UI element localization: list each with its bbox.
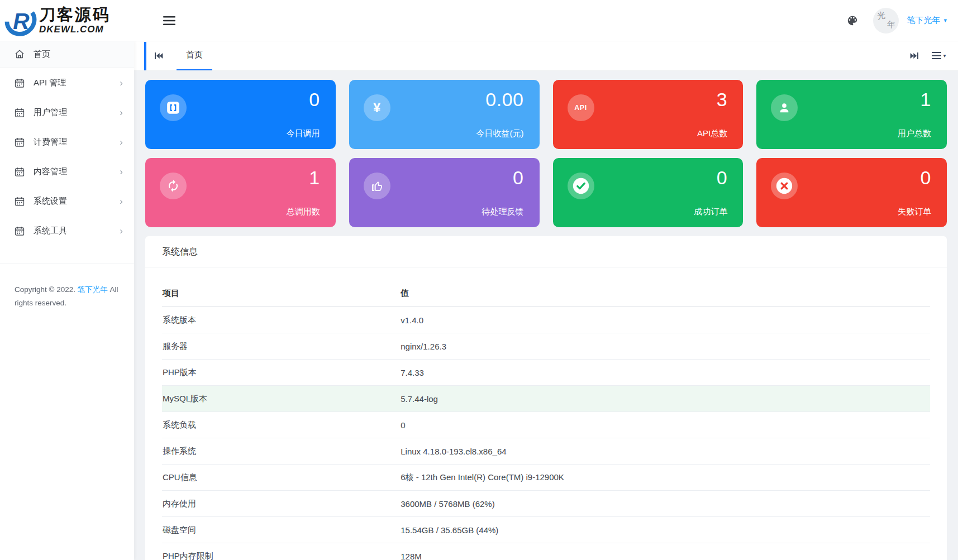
stat-cards: 0今日调用¥0.00今日收益(元)API3API总数1用户总数1总调用数0待处理… [145,80,947,227]
theme-palette-button[interactable] [844,12,861,29]
stat-card: 0今日调用 [145,80,336,149]
sidebar-item-billing[interactable]: 计费管理› [0,127,134,157]
stat-value: 1 [309,167,320,189]
table-row: 磁盘空间15.54GB / 35.65GB (44%) [162,517,930,543]
tabs-scroll-right-button[interactable] [902,41,927,70]
stat-card: ¥0.00今日收益(元) [349,80,540,149]
user-icon [771,94,798,121]
stat-card: 1用户总数 [756,80,947,149]
chevron-down-icon: ▾ [943,17,947,24]
chevron-right-icon: › [120,167,123,176]
row-item: 内存使用 [162,491,400,517]
table-header-row: 项目 值 [162,280,930,307]
logo-title: 刀客源码 [39,7,111,23]
sidebar-menu: 首页API 管理›用户管理›计费管理›内容管理›系统设置›系统工具› [0,41,134,246]
chevron-right-icon: › [120,78,123,88]
sidebar-item-label: 首页 [34,49,50,60]
tab-accent-bar [144,42,146,70]
calendar-icon [15,167,25,177]
x-circle-icon [771,173,798,199]
row-item: PHP内存限制 [162,543,400,560]
copyright: Copyright © 2022. 笔下光年 All rights reserv… [0,264,134,310]
logo-subtitle: DKEWL.COM [39,25,111,34]
row-value: 15.54GB / 35.65GB (44%) [400,517,930,543]
stat-label: API总数 [697,128,727,139]
sidebar-item-label: API 管理 [34,78,66,88]
row-item: 操作系统 [162,438,400,465]
stat-value: 0 [921,167,931,189]
row-value: 0 [400,412,930,438]
user-menu[interactable]: 笔下光年 ▾ [907,15,947,26]
username: 笔下光年 [907,15,940,26]
stat-value: 3 [717,89,727,111]
tab-home[interactable]: 首页 [177,41,212,70]
row-item: CPU信息 [162,465,400,491]
sidebar-item-home[interactable]: 首页 [0,41,134,68]
sidebar-item-api[interactable]: API 管理› [0,68,134,98]
stat-card: 1总调用数 [145,158,336,227]
calendar-icon [15,108,25,118]
calendar-icon [15,197,25,207]
chevron-right-icon: › [120,226,123,236]
yen-icon: ¥ [364,94,390,121]
row-value: 7.4.33 [400,360,930,386]
sidebar: 首页API 管理›用户管理›计费管理›内容管理›系统设置›系统工具› Copyr… [0,41,134,560]
row-item: 磁盘空间 [162,517,400,543]
row-item: 服务器 [162,333,400,360]
stat-value: 0 [513,167,523,189]
stat-label: 失败订单 [898,207,931,217]
sidebar-item-label: 系统设置 [34,196,67,207]
table-row: 内存使用3600MB / 5768MB (62%) [162,491,930,517]
stat-card: 0失败订单 [756,158,947,227]
app-logo[interactable]: R 刀客源码 DKEWL.COM [0,0,141,41]
app-header: R 刀客源码 DKEWL.COM 光 年 笔下光年 ▾ [0,0,958,41]
calendar-icon [15,137,25,147]
check-circle-icon [568,173,594,199]
system-info-panel: 系统信息 项目 值 系统版本v1.4.0服务器nginx/1.26.3PHP版本… [145,236,947,560]
sidebar-toggle-button[interactable] [161,12,178,29]
stat-card: 0成功订单 [553,158,743,227]
stat-value: 0 [717,167,727,189]
column-header-value: 值 [400,280,930,307]
calendar-icon [15,226,25,236]
avatar[interactable]: 光 年 [873,8,899,33]
sidebar-item-tools[interactable]: 系统工具› [0,216,134,246]
tabs-menu-button[interactable]: ▾ [927,41,951,70]
stat-label: 总调用数 [287,207,320,217]
skip-right-icon [910,52,919,60]
table-row: PHP内存限制128M [162,543,930,560]
stat-label: 待处理反馈 [482,207,524,217]
svg-text:R: R [13,8,30,33]
main-content: 0今日调用¥0.00今日收益(元)API3API总数1用户总数1总调用数0待处理… [134,70,958,560]
stat-card: 0待处理反馈 [349,158,540,227]
copyright-link[interactable]: 笔下光年 [78,285,108,294]
palette-icon [846,15,859,27]
row-value: 5.7.44-log [400,386,930,412]
sidebar-item-content[interactable]: 内容管理› [0,157,134,186]
stat-value: 0.00 [485,89,523,111]
row-value: 6核 - 12th Gen Intel(R) Core(TM) i9-12900… [400,465,930,491]
thumbs-up-icon [364,173,390,199]
sidebar-item-users[interactable]: 用户管理› [0,98,134,127]
row-value: 3600MB / 5768MB (62%) [400,491,930,517]
stat-label: 今日调用 [287,128,320,139]
row-value: nginx/1.26.3 [400,333,930,360]
skip-left-icon [154,52,163,60]
stat-value: 1 [921,89,931,111]
panel-title: 系统信息 [145,236,947,267]
sidebar-item-settings[interactable]: 系统设置› [0,186,134,216]
sidebar-item-label: 用户管理 [34,107,67,118]
sidebar-item-label: 计费管理 [34,137,67,147]
hamburger-icon [932,52,941,59]
table-row: 系统版本v1.4.0 [162,307,930,333]
table-row: 系统负载0 [162,412,930,438]
table-row: 操作系统Linux 4.18.0-193.el8.x86_64 [162,438,930,465]
row-item: PHP版本 [162,360,400,386]
row-value: Linux 4.18.0-193.el8.x86_64 [400,438,930,465]
sidebar-item-label: 系统工具 [34,226,67,236]
tabs-scroll-left-button[interactable] [146,41,171,70]
api-icon: API [568,94,594,121]
column-header-item: 项目 [162,280,400,307]
table-row: 服务器nginx/1.26.3 [162,333,930,360]
stat-card: API3API总数 [553,80,743,149]
